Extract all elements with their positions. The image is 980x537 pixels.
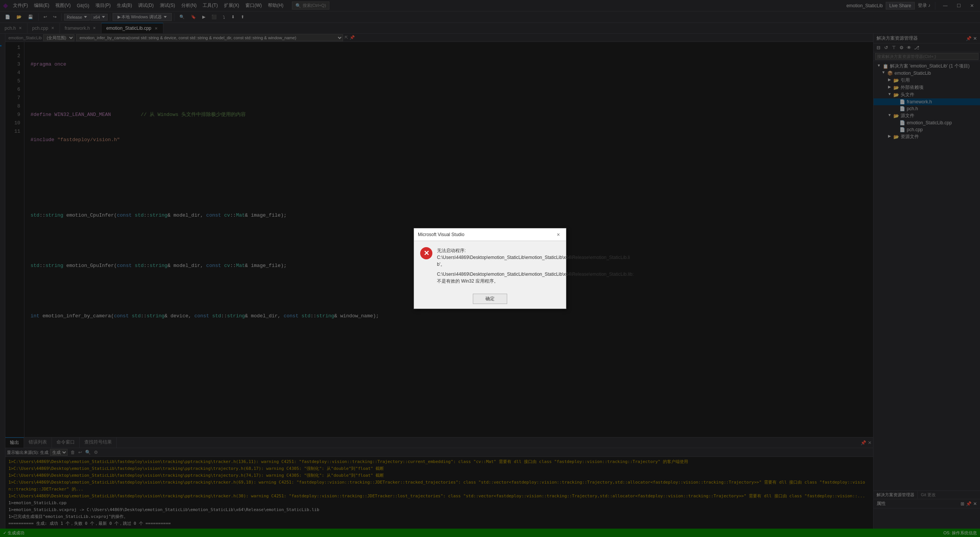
dialog-title-text: Microsoft Visual Studio [418,232,464,237]
dialog-message: 无法启动程序: C:\Users\44869\Desktop\emotion_S… [437,247,634,285]
dialog-footer: 确定 [414,291,566,309]
dialog-title-bar: Microsoft Visual Studio × [414,228,566,241]
dialog-message-line2: C:\Users\44869\Desktop\emotion_StaticLib… [437,254,634,268]
dialog-message-line4: C:\Users\44869\Desktop\emotion_StaticLib… [437,271,634,285]
dialog-error-icon: ✕ [420,247,432,259]
dialog-overlay: Microsoft Visual Studio × ✕ 无法启动程序: C:\U… [0,0,980,537]
error-dialog: Microsoft Visual Studio × ✕ 无法启动程序: C:\U… [414,228,566,309]
dialog-close-button[interactable]: × [554,231,562,238]
dialog-message-line1: 无法启动程序: [437,247,634,254]
dialog-ok-button[interactable]: 确定 [473,294,507,304]
dialog-body: ✕ 无法启动程序: C:\Users\44869\Desktop\emotion… [414,241,566,291]
